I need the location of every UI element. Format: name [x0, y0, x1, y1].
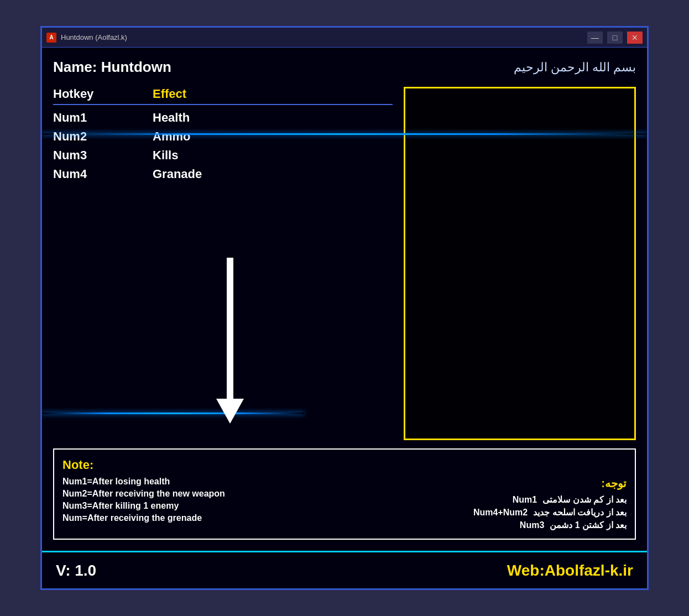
content-area: Name: Huntdown بسم الله الرحمن الرحیم Ho…	[42, 48, 647, 551]
note-right-row-2: بعد از دریافت اسلحه جدید Num4+Num2	[473, 507, 627, 518]
note-right-row-3: بعد از کشتن 1 دشمن Num3	[473, 520, 627, 530]
row-effect-3: Kills	[153, 148, 178, 163]
version-text: V: 1.0	[56, 562, 96, 580]
game-name: Name: Huntdown	[53, 59, 171, 76]
note-right-title: توجه:	[473, 477, 627, 490]
row-effect-4: Granade	[153, 167, 202, 181]
app-icon: A	[46, 33, 56, 43]
footer: V: 1.0 Web:Abolfazl-k.ir	[42, 551, 647, 588]
note-right-label-3: بعد از کشتن 1 دشمن	[550, 520, 627, 530]
note-line-3: Num3=After killing 1 enemy	[62, 501, 225, 511]
close-button[interactable]: ✕	[627, 32, 643, 44]
note-line-1: Num1=After losing health	[62, 477, 225, 487]
minimize-button[interactable]: —	[587, 32, 603, 44]
row-effect-1: Health	[153, 111, 190, 125]
image-box	[404, 87, 636, 440]
table-row: Num3 Kills	[53, 148, 393, 163]
table-row: Num2 Ammo	[53, 129, 393, 144]
row-hotkey-3: Num3	[53, 148, 153, 163]
note-right-key-3: Num3	[520, 520, 544, 530]
effect-header: Effect	[153, 87, 186, 101]
website-text: Web:Abolfazl-k.ir	[507, 562, 633, 580]
note-right: توجه: بعد از کم شدن سلامتی Num1 بعد از د…	[473, 477, 627, 530]
row-hotkey-1: Num1	[53, 111, 153, 125]
note-right-label-1: بعد از کم شدن سلامتی	[542, 494, 627, 505]
arrow-indicator	[213, 258, 247, 424]
header-row: Name: Huntdown بسم الله الرحمن الرحیم	[53, 59, 636, 76]
note-line-4: Num=After receiving the grenade	[62, 513, 225, 523]
table-rows: Num1 Health Num2 Ammo Num3 Kills Num4 Gr…	[53, 111, 393, 181]
maximize-button[interactable]: □	[607, 32, 623, 44]
arrow-head	[216, 399, 244, 424]
row-effect-2: Ammo	[153, 129, 190, 144]
hotkey-header: Hotkey	[53, 87, 153, 101]
titlebar-buttons: — □ ✕	[587, 32, 643, 44]
note-right-row-1: بعد از کم شدن سلامتی Num1	[473, 494, 627, 505]
glow-line-bottom	[42, 413, 304, 414]
arabic-text: بسم الله الرحمن الرحیم	[514, 60, 636, 75]
note-line-2: Num2=After receiving the new weapon	[62, 489, 225, 499]
note-right-key-2: Num4+Num2	[473, 508, 528, 518]
note-left: Num1=After losing health Num2=After rece…	[62, 477, 225, 523]
note-title: Note:	[62, 458, 627, 472]
main-section: Hotkey Effect Num1 Health Num2 Ammo Num3…	[53, 87, 636, 440]
arrow-shaft	[227, 258, 233, 399]
table-row: Num1 Health	[53, 111, 393, 125]
note-right-label-2: بعد از دریافت اسلحه جدید	[533, 507, 627, 518]
game-title: Huntdown	[101, 59, 171, 75]
note-body: Num1=After losing health Num2=After rece…	[62, 477, 627, 530]
name-label: Name:	[53, 59, 97, 75]
main-window: A Huntdown (Aolfazl.k) — □ ✕ Name: Huntd…	[40, 26, 649, 590]
row-hotkey-4: Num4	[53, 167, 153, 181]
titlebar: A Huntdown (Aolfazl.k) — □ ✕	[42, 28, 647, 48]
table-header: Hotkey Effect	[53, 87, 393, 105]
glow-line-top	[42, 133, 647, 135]
titlebar-title: Huntdown (Aolfazl.k)	[61, 33, 583, 41]
note-section: Note: Num1=After losing health Num2=Afte…	[53, 448, 636, 540]
table-row: Num4 Granade	[53, 167, 393, 181]
note-right-key-1: Num1	[513, 495, 537, 505]
row-hotkey-2: Num2	[53, 129, 153, 144]
